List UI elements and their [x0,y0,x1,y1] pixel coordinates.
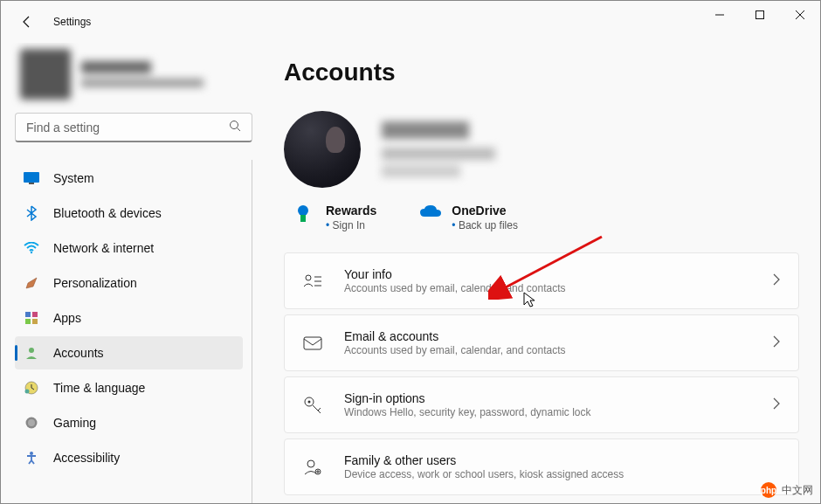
profile-section [284,111,799,188]
family-icon [302,457,323,478]
svg-line-3 [238,128,241,131]
sidebar-item-label: Time & language [53,381,145,395]
accessibility-icon [24,450,39,466]
mail-icon [302,333,323,354]
sidebar-item-label: Network & internet [53,241,154,255]
svg-rect-23 [304,337,321,349]
card-signin-options[interactable]: Sign-in options Windows Hello, security … [284,376,799,433]
sidebar-item-apps[interactable]: Apps [15,301,243,335]
svg-point-6 [31,252,32,253]
sidebar-item-accounts[interactable]: Accounts [15,336,243,369]
svg-point-19 [306,275,311,280]
sidebar-item-gaming[interactable]: Gaming [15,406,243,439]
key-icon [302,395,323,416]
svg-point-11 [29,348,34,353]
sidebar-item-personalization[interactable]: Personalization [15,266,243,300]
svg-rect-8 [32,312,38,317]
card-title: Your info [344,267,772,281]
svg-rect-4 [24,172,39,183]
sidebar-item-bluetooth[interactable]: Bluetooth & devices [15,197,243,230]
tile-title: OneDrive [452,204,518,217]
status-tiles-row: Rewards Sign In OneDrive Back up files [284,204,799,231]
svg-point-16 [30,452,33,455]
rewards-icon [293,204,314,224]
card-title: Sign-in options [344,391,772,405]
tile-title: Rewards [326,204,376,217]
sidebar-item-label: Bluetooth & devices [53,206,162,220]
nav-list: System Bluetooth & devices Network & int… [15,160,252,503]
card-desc: Device access, work or school users, kio… [344,468,781,480]
card-title: Email & accounts [344,329,772,343]
search-icon [229,120,241,135]
tile-link[interactable]: Back up files [452,219,518,231]
card-your-info[interactable]: Your info Accounts used by email, calend… [284,252,799,309]
svg-rect-18 [300,215,306,222]
svg-rect-5 [29,183,34,184]
card-email-accounts[interactable]: Email & accounts Accounts used by email,… [284,314,799,371]
sidebar-item-accessibility[interactable]: Accessibility [15,441,243,474]
minimize-button[interactable] [700,1,740,29]
tile-link[interactable]: Sign In [326,219,376,231]
sidebar-item-system[interactable]: System [15,162,243,195]
svg-point-2 [231,121,238,128]
svg-rect-9 [25,319,31,324]
titlebar: Settings [1,1,820,43]
content-pane: Accounts Rewards Sign In OneDrive Back u… [263,43,820,503]
svg-point-13 [25,390,30,394]
your-info-icon [302,271,323,292]
watermark-text: 中文网 [782,483,813,498]
svg-point-25 [308,400,311,403]
search-input[interactable]: Find a setting [15,113,252,142]
card-desc: Accounts used by email, calendar, and co… [344,344,772,356]
sidebar-user-block[interactable] [15,43,252,106]
tile-onedrive[interactable]: OneDrive Back up files [418,204,518,231]
search-placeholder: Find a setting [26,121,229,135]
display-icon [24,170,39,186]
wifi-icon [24,240,39,256]
app-title: Settings [53,16,91,28]
brush-icon [24,275,39,291]
watermark: php 中文网 [761,482,813,498]
sidebar-item-label: Personalization [53,276,137,290]
profile-name-block [382,121,495,177]
clock-icon [24,380,39,396]
chevron-right-icon [772,273,781,289]
svg-point-15 [28,419,35,426]
svg-point-17 [298,205,308,216]
card-title: Family & other users [344,453,781,467]
bluetooth-icon [24,205,39,221]
card-desc: Accounts used by email, calendar, and co… [344,282,772,294]
cloud-icon [418,204,439,224]
sidebar-item-label: Apps [53,311,81,325]
card-desc: Windows Hello, security key, password, d… [344,406,772,418]
window-controls [700,15,820,29]
sidebar-user-avatar [20,49,71,100]
svg-rect-10 [32,319,38,324]
sidebar-item-label: Accessibility [53,451,120,465]
page-title: Accounts [284,59,799,86]
svg-rect-1 [756,11,764,19]
sidebar-item-label: System [53,171,94,185]
chevron-right-icon [772,335,781,351]
maximize-button[interactable] [740,1,780,29]
card-family-users[interactable]: Family & other users Device access, work… [284,438,799,495]
person-icon [24,345,39,361]
sidebar: Find a setting System Bluetooth & device… [1,43,263,503]
close-button[interactable] [780,1,820,29]
svg-point-26 [307,460,314,467]
chevron-right-icon [772,397,781,413]
sidebar-item-time[interactable]: Time & language [15,371,243,404]
sidebar-item-label: Accounts [53,346,104,360]
back-button[interactable] [17,11,38,32]
svg-rect-7 [25,312,31,317]
sidebar-item-network[interactable]: Network & internet [15,231,243,265]
sidebar-item-label: Gaming [53,416,96,430]
tile-rewards[interactable]: Rewards Sign In [293,204,376,231]
apps-icon [24,310,39,326]
sidebar-user-text [81,61,204,87]
gamepad-icon [24,415,39,431]
profile-avatar[interactable] [284,111,361,188]
